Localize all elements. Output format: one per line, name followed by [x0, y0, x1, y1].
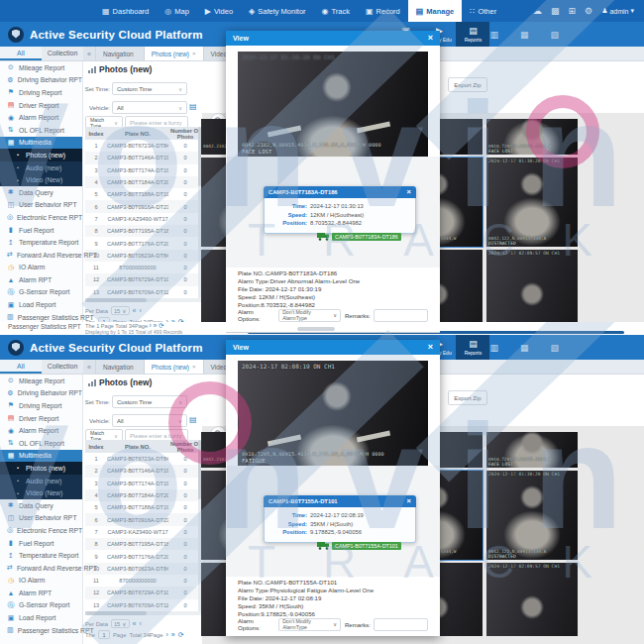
sidebar-collapse-button[interactable]: «: [83, 47, 96, 60]
close-icon[interactable]: ×: [428, 34, 433, 43]
close-icon[interactable]: ×: [407, 497, 411, 505]
sidebar-item[interactable]: ⚙ Driving Behavior RPT: [0, 74, 82, 87]
topnav-item[interactable]: ▶ Video: [197, 0, 241, 22]
sidebar-item[interactable]: ⇅ OL OFL Report: [0, 124, 82, 137]
set-time-select[interactable]: Custom Time∨: [112, 82, 187, 95]
table-row[interactable]: 2 CAMP3-B0T7146A-DT19 0: [85, 465, 202, 477]
table-row[interactable]: 1 CAMP3-B0T6723A-DT84 0: [85, 140, 202, 152]
subnav-item[interactable]: ▤ Reports: [456, 335, 489, 360]
sidebar-item[interactable]: • Audio (new): [0, 161, 82, 174]
document-tab[interactable]: Navigation: [96, 47, 145, 60]
table-row[interactable]: 1 CAMP3-B0T6723A-DT84 0: [85, 453, 202, 465]
sidebar-item[interactable]: ▥ Passenger Statistics RPT: [0, 311, 82, 322]
table-row[interactable]: 11 870000000000 0: [85, 575, 202, 587]
table-row[interactable]: 9 CAMP3-B0T7176A-DT20 0: [85, 237, 202, 249]
export-zip-button[interactable]: Export Zip: [448, 390, 487, 405]
per-data-select[interactable]: 15∨: [111, 619, 130, 628]
subnav-stub-icon[interactable]: ▥: [489, 30, 498, 40]
sidebar-item[interactable]: ▲ Alarm RPT: [0, 587, 82, 599]
sidebar-item[interactable]: ◫ User Behavior RPT: [0, 199, 82, 212]
vehicle-tree-icon[interactable]: ▤: [189, 415, 197, 424]
sidebar-item[interactable]: ▦ Multimedia: [0, 450, 82, 463]
sidebar-item[interactable]: ◫ User Behavior RPT: [0, 512, 82, 525]
sidebar-collapse-button[interactable]: «: [83, 360, 96, 374]
dialog-titlebar[interactable]: View ×: [226, 340, 440, 355]
alarm-type-select[interactable]: Don't Modify AlarmType∨: [278, 618, 341, 631]
photo-thumbnail[interactable]: 2024-12-17 02:09:57 ON CH1: [486, 563, 578, 636]
sidebar-item[interactable]: • Video (New): [0, 173, 82, 186]
table-horizontal-scrollbar[interactable]: [85, 298, 202, 302]
page-number-input[interactable]: 1: [98, 630, 110, 639]
refresh-icon[interactable]: ⟳: [178, 631, 184, 639]
table-row[interactable]: 6 CAMP3-B0T0916A-DT23 0: [85, 513, 202, 525]
remarks-input[interactable]: [374, 618, 428, 631]
topnav-item[interactable]: ◈ Safety Monitor: [241, 0, 314, 22]
cloud-icon[interactable]: ☁: [533, 6, 542, 16]
prev-page-button[interactable]: ‹: [140, 307, 142, 314]
subnav-stub-icon[interactable]: ▧: [550, 343, 559, 353]
sidebar-item[interactable]: ▤ Driver Report: [0, 99, 82, 112]
close-icon[interactable]: ×: [428, 343, 433, 352]
sidebar-tab[interactable]: All: [0, 360, 42, 374]
vehicle-select[interactable]: All∨: [112, 101, 187, 114]
photo-thumbnail[interactable]: 2024-12-17 01:30:20 ON CH1 0042.122,N,00…: [486, 158, 578, 247]
close-icon[interactable]: ×: [407, 188, 411, 196]
photo-thumbnail[interactable]: 0910.7295,N,00915.4034,W FACE LOST: [486, 432, 578, 468]
sidebar-item[interactable]: ⊙ Mileage Report: [0, 375, 82, 387]
sidebar-item[interactable]: ▣ Load Report: [0, 298, 82, 311]
sidebar-item[interactable]: ⊙ Mileage Report: [0, 61, 82, 74]
subnav-stub-icon[interactable]: ▦: [520, 30, 529, 40]
sidebar-item[interactable]: ✱ Data Query: [0, 186, 82, 199]
sidebar-tab[interactable]: All: [0, 47, 42, 60]
table-row[interactable]: 7 CAMP3-KAZ9490-WT17 0: [85, 213, 202, 225]
dialog-titlebar[interactable]: View ×: [226, 31, 440, 46]
table-row[interactable]: 6 CAMP3-B0T0916A-DT23 0: [85, 200, 202, 212]
sidebar-item[interactable]: • Photos (new): [0, 462, 82, 475]
next-page-button[interactable]: ›: [165, 631, 167, 638]
table-row[interactable]: 13 CAMP3-B0T6709A-DT11 0: [85, 286, 202, 298]
table-row[interactable]: 10 CAMP3-B0T0623A-DT84 0: [85, 563, 202, 575]
subnav-stub-icon[interactable]: ▧: [550, 30, 559, 40]
first-page-button[interactable]: «: [133, 307, 137, 314]
table-row[interactable]: 13 CAMP3-B0T6709A-DT11 0: [85, 599, 202, 611]
table-row[interactable]: 10 CAMP3-B0T0623A-DT84 0: [85, 250, 202, 262]
set-time-select[interactable]: Custom Time∨: [112, 395, 187, 408]
sidebar-item[interactable]: ⚑ Driving Report: [0, 399, 82, 412]
sidebar-tab[interactable]: Collection: [42, 47, 83, 60]
alarm-type-select[interactable]: Don't Modify AlarmType∨: [278, 309, 341, 322]
topnav-item[interactable]: ▣ Record: [358, 0, 408, 22]
document-tab[interactable]: Photos (new) ×: [145, 360, 204, 374]
sidebar-item[interactable]: ◷ IO Alarm: [0, 575, 82, 588]
table-row[interactable]: 12 CAMP3-B0T6729A-DT10 0: [85, 273, 202, 285]
pagination-arrows[interactable]: › » ⟳: [150, 322, 164, 329]
topnav-item[interactable]: ▦ Dashboard: [94, 0, 157, 22]
user-menu[interactable]: ♟ admin ▾: [601, 7, 634, 15]
table-row[interactable]: 5 CAMP3-B0T7188A-DT19 0: [85, 501, 202, 513]
subnav-stub-icon[interactable]: ▥: [489, 343, 498, 353]
photo-thumbnail[interactable]: 2024-12-17 01:30:20 ON CH1 0042.122,N,00…: [486, 471, 578, 560]
sidebar-item[interactable]: ▲ Alarm RPT: [0, 273, 82, 286]
map-vehicle-marker[interactable]: CAMP3-B0T7183A-DT186: [317, 232, 401, 241]
table-row[interactable]: 5 CAMP3-B0T7188A-DT19 0: [85, 188, 202, 200]
table-row[interactable]: 7 CAMP3-KAZ9490-WT17 0: [85, 526, 202, 538]
tab-close-icon[interactable]: ×: [192, 364, 196, 370]
remarks-input[interactable]: [374, 309, 428, 322]
table-row[interactable]: 9 CAMP3-B0T7176A-DT20 0: [85, 550, 202, 562]
table-horizontal-scrollbar[interactable]: [85, 611, 202, 615]
sidebar-item[interactable]: ▮ Fuel Report: [0, 537, 82, 550]
tab-close-icon[interactable]: ×: [192, 51, 196, 56]
scroll-pill[interactable]: [297, 327, 335, 331]
per-data-select[interactable]: 15∨: [111, 306, 130, 315]
sidebar-item[interactable]: ↥ Temperature Report: [0, 236, 82, 249]
table-row[interactable]: 12 CAMP3-B0T6729A-DT10 0: [85, 587, 202, 598]
table-row[interactable]: 2 CAMP3-B0T7146A-DT19 0: [85, 152, 202, 163]
topnav-item[interactable]: ◉ Track: [314, 0, 358, 22]
table-row[interactable]: 3 CAMP3-B0T7174A-DT19 0: [85, 164, 202, 176]
sidebar-item[interactable]: • Photos (new): [0, 149, 82, 161]
document-tab[interactable]: Photos (new) ×: [145, 47, 204, 60]
apps-grid-icon[interactable]: ⊞: [569, 6, 577, 16]
sidebar-item[interactable]: ✱ Data Query: [0, 499, 82, 512]
sidebar-tab[interactable]: Collection: [42, 360, 83, 374]
sidebar-item[interactable]: ▣ Load Report: [0, 611, 82, 624]
table-row[interactable]: 3 CAMP3-B0T7174A-DT19 0: [85, 478, 202, 489]
